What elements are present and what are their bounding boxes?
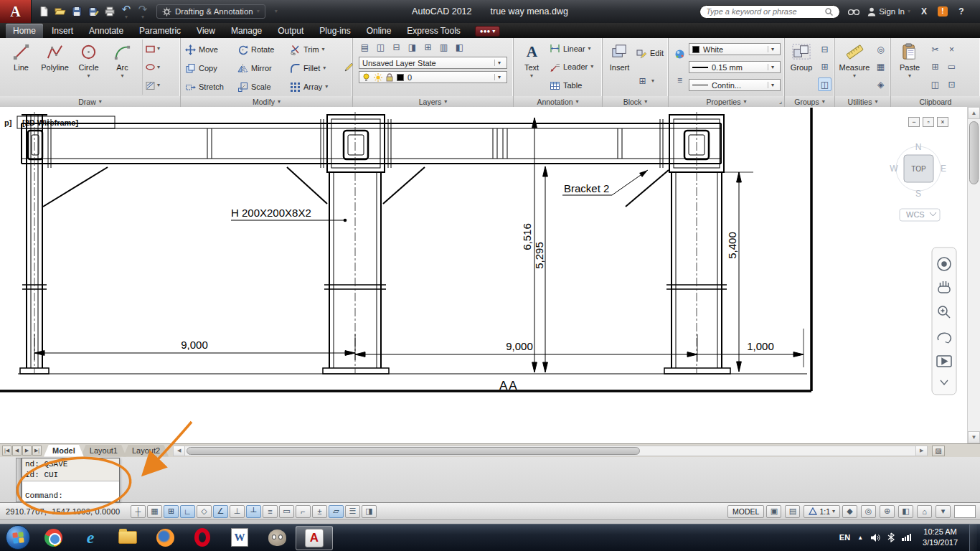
command-window-grip[interactable] xyxy=(16,458,22,502)
hidden-icons-button[interactable]: ▲ xyxy=(857,534,863,541)
paste-block-button[interactable]: ⊡ xyxy=(945,77,958,91)
leader-button[interactable]: Leader▾ xyxy=(547,60,595,74)
last-tab-button[interactable]: ▶| xyxy=(32,446,42,456)
clean-screen-button[interactable] xyxy=(954,505,976,518)
ortho-toggle[interactable]: ∟ xyxy=(180,505,195,518)
tab-express-tools[interactable]: Express Tools xyxy=(400,24,467,38)
drawing-canvas[interactable]: p] [2D Wireframe] xyxy=(0,107,967,443)
ducs-toggle[interactable]: ≡ xyxy=(263,505,278,518)
tab-manage[interactable]: Manage xyxy=(224,24,269,38)
network-icon[interactable] xyxy=(902,534,911,541)
taskbar-gimp-button[interactable] xyxy=(258,524,296,551)
quick-properties-toggle[interactable]: ▱ xyxy=(329,505,344,518)
insert-block-button[interactable]: Insert xyxy=(605,39,634,95)
taskbar-word-button[interactable]: W xyxy=(221,524,258,551)
block-panel-title[interactable]: Block▾ xyxy=(603,96,668,107)
layer-dropdown[interactable]: 0 ▾ xyxy=(359,71,507,83)
wcs-dropdown[interactable]: WCS xyxy=(900,209,940,221)
rotate-button[interactable]: Rotate xyxy=(235,40,288,59)
taskbar-chrome-button[interactable] xyxy=(34,524,72,551)
lineweight-dropdown[interactable]: 0.15 mm▾ xyxy=(689,61,781,73)
edit-block-button[interactable]: Edit xyxy=(634,46,666,60)
scale-button[interactable]: Scale xyxy=(235,77,288,96)
communication-center-button[interactable]: ! xyxy=(938,6,948,17)
clipboard-panel-title[interactable]: Clipboard xyxy=(891,96,980,107)
tab-model[interactable]: Model xyxy=(44,445,84,457)
3d-osnap-toggle[interactable]: ⊥ xyxy=(230,505,245,518)
taskbar-firefox-button[interactable] xyxy=(146,524,184,551)
layer-isolate-button[interactable]: ⊟ xyxy=(390,42,402,54)
saveas-button[interactable] xyxy=(85,4,101,19)
tab-plugins[interactable]: Plug-ins xyxy=(312,24,357,38)
move-button[interactable]: Move xyxy=(183,40,235,59)
plot-button[interactable] xyxy=(102,4,118,19)
linear-dimension-button[interactable]: Linear▾ xyxy=(547,42,595,56)
utilities-panel-title[interactable]: Utilities▾ xyxy=(835,96,890,107)
scroll-left-button[interactable]: ◀ xyxy=(174,446,185,456)
taskbar-clock[interactable]: 10:25 AM3/19/2017 xyxy=(918,527,962,548)
workspace-switch-button[interactable]: ⊕ xyxy=(880,505,895,518)
mirror-button[interactable]: Mirror xyxy=(235,59,288,77)
autoscale-button[interactable]: ◎ xyxy=(861,505,876,518)
quick-calc-button[interactable]: ▦ xyxy=(874,60,887,74)
drawing-close-button[interactable]: × xyxy=(937,117,948,127)
search-input[interactable] xyxy=(706,7,824,16)
tab-online[interactable]: Online xyxy=(359,24,399,38)
taskbar-explorer-button[interactable] xyxy=(109,524,146,551)
copy-base-button[interactable]: ◫ xyxy=(928,77,942,91)
osnap-toggle[interactable]: ∠ xyxy=(213,505,228,518)
navigation-bar[interactable] xyxy=(932,248,956,395)
search-icon[interactable] xyxy=(824,7,834,17)
viewcube[interactable]: N W E S TOP WCS xyxy=(890,142,946,221)
start-button[interactable] xyxy=(6,525,30,550)
line-button[interactable]: Line xyxy=(4,39,38,95)
coordinates-readout[interactable]: 2910.7707, -1547.1903, 0.0000 xyxy=(0,507,131,516)
hatch-button[interactable]: ▾ xyxy=(143,79,162,92)
layer-on-button[interactable]: ⊞ xyxy=(422,42,434,54)
toolbar-lock-button[interactable]: ◧ xyxy=(898,505,913,518)
scroll-right-button[interactable]: ▶ xyxy=(915,446,927,456)
application-menu-button[interactable]: A xyxy=(0,0,32,23)
ellipse-button[interactable]: ▾ xyxy=(143,61,162,74)
viewcube-west[interactable]: W xyxy=(890,164,898,174)
tab-insert[interactable]: Insert xyxy=(44,24,80,38)
arc-button[interactable]: Arc ▾ xyxy=(105,39,139,95)
fillet-button[interactable]: Fillet▾ xyxy=(288,59,340,77)
groups-panel-title[interactable]: Groups▾ xyxy=(785,96,834,107)
layer-freeze-button[interactable]: ◨ xyxy=(406,42,418,54)
annotation-monitor-button[interactable]: ▨ xyxy=(932,446,945,456)
drawing-quickview-button[interactable]: ▤ xyxy=(785,505,800,518)
otrack-toggle[interactable]: ┴ xyxy=(246,505,261,518)
group-button[interactable]: Group xyxy=(787,39,816,95)
draw-panel-title[interactable]: Draw▾ xyxy=(0,96,180,107)
selection-cycling-toggle[interactable]: ☰ xyxy=(345,505,360,518)
object-color-dropdown[interactable]: White▾ xyxy=(689,43,781,55)
trim-button[interactable]: Trim▾ xyxy=(288,40,340,59)
redo-button[interactable]: ↷▾ xyxy=(135,4,151,19)
new-button[interactable] xyxy=(36,4,52,19)
taskbar-opera-button[interactable] xyxy=(184,524,221,551)
scroll-down-button[interactable]: ▼ xyxy=(968,431,980,443)
open-button[interactable] xyxy=(52,4,68,19)
tab-home[interactable]: Home xyxy=(6,24,43,38)
drawing-minimize-button[interactable]: − xyxy=(908,117,920,127)
array-button[interactable]: Array▾ xyxy=(288,77,340,96)
drawing-restore-button[interactable]: ▫ xyxy=(923,117,934,127)
ribbon-display-options-button[interactable]: ●●●▾ xyxy=(475,26,501,37)
tab-view[interactable]: View xyxy=(189,24,222,38)
copy-button[interactable]: Copy xyxy=(183,59,235,77)
table-button[interactable]: Table xyxy=(547,78,595,93)
infer-constraints-toggle[interactable]: ┼ xyxy=(131,505,146,518)
bluetooth-icon[interactable] xyxy=(887,532,895,542)
properties-panel-title[interactable]: Properties▾⌟ xyxy=(669,96,784,107)
layers-panel-title[interactable]: Layers▾ xyxy=(353,96,513,107)
tab-parametric[interactable]: Parametric xyxy=(132,24,188,38)
copy-clip-button[interactable]: ⊞ xyxy=(928,60,942,74)
annotation-monitor-toggle[interactable]: ◨ xyxy=(362,505,377,518)
prev-tab-button[interactable]: ◀ xyxy=(12,446,22,456)
layer-unisolate-button[interactable]: ▥ xyxy=(438,42,450,54)
block-attributes-button[interactable]: ⊞▾ xyxy=(634,74,666,88)
transparency-toggle[interactable]: ± xyxy=(312,505,327,518)
tab-layout1[interactable]: Layout1 xyxy=(81,445,126,457)
snap-toggle[interactable]: ▦ xyxy=(147,505,162,518)
